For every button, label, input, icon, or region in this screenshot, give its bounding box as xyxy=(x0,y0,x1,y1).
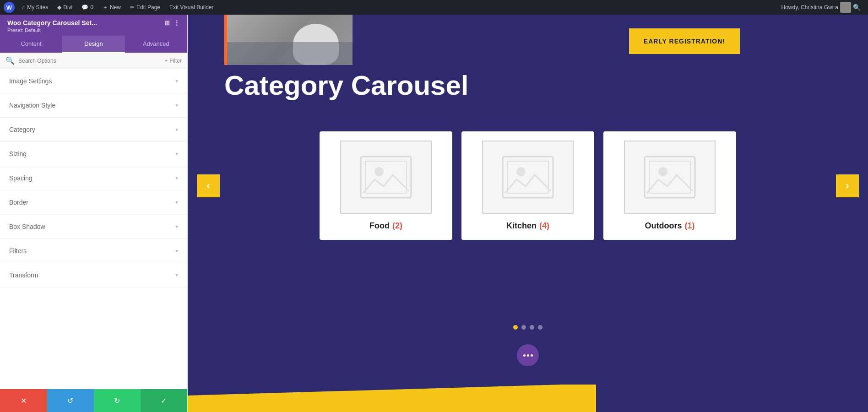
grid-icon[interactable]: ⊞ xyxy=(164,19,170,27)
section-transform[interactable]: Transform ▾ xyxy=(0,263,187,287)
cards-area: ‹ Food (2) xyxy=(188,131,868,240)
category-card-kitchen[interactable]: Kitchen (4) xyxy=(461,131,594,240)
section-filters[interactable]: Filters ▾ xyxy=(0,239,187,263)
svg-rect-7 xyxy=(649,161,690,193)
cards-container: Food (2) Kitchen xyxy=(224,131,831,240)
svg-point-5 xyxy=(516,167,526,176)
early-registration-button[interactable]: EARLY REGISTRATION! xyxy=(629,28,740,54)
chevron-down-icon: ▾ xyxy=(175,102,178,108)
right-content: EARLY REGISTRATION! Category Carousel ‹ xyxy=(188,15,868,412)
hero-orange-strip xyxy=(224,15,227,65)
section-spacing[interactable]: Spacing ▾ xyxy=(0,166,187,190)
panel-title-text: Woo Category Carousel Set... xyxy=(7,19,97,27)
category-card-outdoors[interactable]: Outdoors (1) xyxy=(603,131,736,240)
category-card-food[interactable]: Food (2) xyxy=(320,131,452,240)
new-link[interactable]: ＋ New xyxy=(99,0,125,15)
admin-bar: W ⌂ My Sites ◆ Divi 💬 0 ＋ New ✏ Edit Pag… xyxy=(0,0,868,15)
svg-rect-3 xyxy=(503,157,553,198)
dot-4[interactable] xyxy=(538,325,542,330)
comments-link[interactable]: 💬 0 xyxy=(78,0,97,15)
search-input[interactable] xyxy=(18,58,161,64)
divi-icon: ◆ xyxy=(57,4,61,11)
next-arrow-button[interactable]: › xyxy=(836,174,859,197)
dot-icon xyxy=(531,354,533,357)
section-navigation-style[interactable]: Navigation Style ▾ xyxy=(0,93,187,118)
panel-header: Woo Category Carousel Set... ⊞ ⋮ Preset:… xyxy=(0,15,187,36)
chevron-down-icon: ▾ xyxy=(175,126,178,133)
dot-icon xyxy=(527,354,529,357)
carousel-dots xyxy=(513,325,542,330)
svg-point-2 xyxy=(374,167,384,176)
panel-title-row: Woo Category Carousel Set... ⊞ ⋮ xyxy=(7,19,180,27)
chevron-down-icon: ▾ xyxy=(175,78,178,84)
card-label-food: Food (2) xyxy=(369,221,402,231)
svg-rect-6 xyxy=(645,157,695,198)
exit-builder-link[interactable]: Exit Visual Builder xyxy=(166,0,217,15)
edit-icon: ✏ xyxy=(130,4,135,11)
dot-1[interactable] xyxy=(513,325,518,330)
hero-image xyxy=(224,15,353,65)
dot-icon xyxy=(523,354,526,357)
bottom-toolbar: ✕ ↺ ↻ ✓ xyxy=(0,389,187,412)
svg-rect-4 xyxy=(507,161,548,193)
tab-design[interactable]: Design xyxy=(62,36,125,53)
card-image-food xyxy=(340,141,432,214)
section-category[interactable]: Category ▾ xyxy=(0,118,187,142)
filter-button[interactable]: + Filter xyxy=(164,58,182,64)
chevron-down-icon: ▾ xyxy=(175,175,178,181)
panel-sections: Image Settings ▾ Navigation Style ▾ Cate… xyxy=(0,69,187,389)
chevron-down-icon: ▾ xyxy=(175,223,178,230)
tab-content[interactable]: Content xyxy=(0,36,62,53)
hero-placeholder xyxy=(224,15,353,65)
comment-icon: 💬 xyxy=(81,4,88,11)
redo-button[interactable]: ↻ xyxy=(94,389,141,412)
plus-icon: + xyxy=(164,58,168,64)
card-label-outdoors: Outdoors (1) xyxy=(645,221,695,231)
save-button[interactable]: ✓ xyxy=(141,389,187,412)
card-image-outdoors xyxy=(624,141,716,214)
svg-rect-1 xyxy=(365,161,407,193)
svg-point-8 xyxy=(658,167,667,176)
my-sites-link[interactable]: ⌂ My Sites xyxy=(18,0,52,15)
chevron-down-icon: ▾ xyxy=(175,199,178,206)
chevron-down-icon: ▾ xyxy=(175,272,178,278)
chevron-down-icon: ▾ xyxy=(175,248,178,254)
chevron-down-icon: ▾ xyxy=(175,151,178,157)
section-image-settings[interactable]: Image Settings ▾ xyxy=(0,69,187,93)
user-greeting[interactable]: Howdy, Christina Gwira 🔍 xyxy=(778,0,864,15)
card-image-kitchen xyxy=(482,141,574,214)
card-label-kitchen: Kitchen (4) xyxy=(506,221,549,231)
main-layout: Woo Category Carousel Set... ⊞ ⋮ Preset:… xyxy=(0,15,868,412)
yellow-stripe-decoration xyxy=(188,385,868,412)
panel-title-icons: ⊞ ⋮ xyxy=(164,19,180,27)
carousel-title: Category Carousel xyxy=(224,70,469,101)
tab-advanced[interactable]: Advanced xyxy=(125,36,187,53)
dot-3[interactable] xyxy=(530,325,534,330)
undo-button[interactable]: ↺ xyxy=(47,389,93,412)
section-border[interactable]: Border ▾ xyxy=(0,190,187,215)
cancel-button[interactable]: ✕ xyxy=(0,389,47,412)
wp-logo-icon[interactable]: W xyxy=(4,2,15,13)
svg-rect-0 xyxy=(361,157,411,198)
section-sizing[interactable]: Sizing ▾ xyxy=(0,142,187,166)
dot-2[interactable] xyxy=(521,325,526,330)
more-icon[interactable]: ⋮ xyxy=(174,19,180,27)
more-options-button[interactable] xyxy=(517,344,539,366)
panel-tabs: Content Design Advanced xyxy=(0,36,187,53)
divi-link[interactable]: ◆ Divi xyxy=(54,0,76,15)
panel-preset[interactable]: Preset: Default xyxy=(7,27,180,33)
avatar xyxy=(840,2,851,13)
plus-icon: ＋ xyxy=(103,4,108,11)
home-icon: ⌂ xyxy=(22,4,25,11)
admin-bar-right: Howdy, Christina Gwira 🔍 xyxy=(778,0,864,15)
prev-arrow-button[interactable]: ‹ xyxy=(197,174,220,197)
edit-page-link[interactable]: ✏ Edit Page xyxy=(126,0,164,15)
search-icon: 🔍 xyxy=(5,56,15,65)
search-bar: 🔍 + Filter xyxy=(0,53,187,69)
section-box-shadow[interactable]: Box Shadow ▾ xyxy=(0,215,187,239)
left-panel: Woo Category Carousel Set... ⊞ ⋮ Preset:… xyxy=(0,15,188,412)
search-icon[interactable]: 🔍 xyxy=(853,4,861,11)
